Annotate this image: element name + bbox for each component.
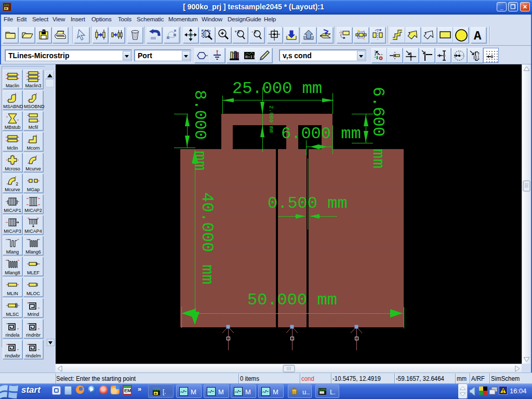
svg-text:6.600: 6.600 — [368, 87, 388, 137]
svg-text:2: 2 — [16, 182, 18, 187]
svg-text:mm: mm — [197, 264, 217, 284]
svg-text:100%: 100% — [153, 388, 160, 392]
svg-text:2.000 mm: 2.000 mm — [268, 105, 274, 133]
svg-text:6.000 mm: 6.000 mm — [281, 124, 361, 143]
svg-text:0.500 mm: 0.500 mm — [268, 194, 348, 213]
svg-text:mm: mm — [368, 149, 388, 168]
svg-text:100%: 100% — [318, 388, 326, 392]
svg-text:A: A — [474, 29, 482, 41]
svg-text:8.000: 8.000 — [190, 90, 209, 140]
svg-text:R=I7: R=I7 — [245, 55, 255, 59]
svg-text:50.000 mm: 50.000 mm — [247, 290, 337, 310]
svg-text:40.000: 40.000 — [197, 192, 217, 252]
svg-text:+2: +2 — [234, 30, 240, 35]
svg-text:-2: -2 — [251, 30, 257, 35]
svg-text:25.000 mm: 25.000 mm — [232, 79, 322, 98]
svg-text:mm: mm — [190, 151, 209, 170]
svg-text:10%: 10% — [4, 4, 9, 7]
